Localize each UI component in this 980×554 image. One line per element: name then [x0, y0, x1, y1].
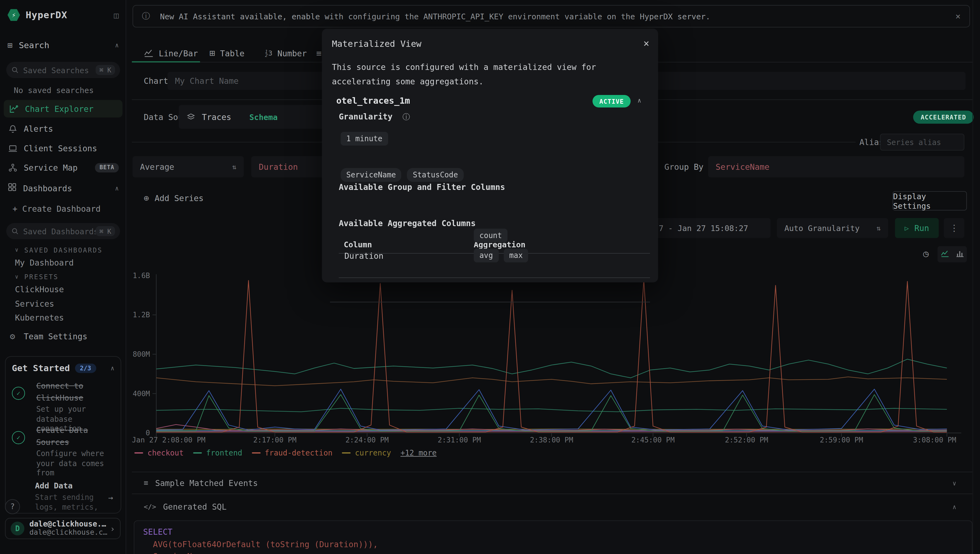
- saved-searches-input[interactable]: Saved Searches ⌘ K: [6, 62, 120, 78]
- chevron-updown-icon: ⇅: [876, 224, 881, 232]
- table-icon: ⊞: [209, 47, 215, 59]
- saved-dashboards-group-label: SAVED DASHBOARDS: [24, 246, 102, 254]
- granularity-heading: Granularity ⓘ: [339, 112, 410, 123]
- sql-code-block[interactable]: SELECTAVG(toFloat64OrDefault (toString (…: [134, 521, 972, 554]
- data-source-value: Traces: [202, 112, 231, 121]
- get-started-item-add-data[interactable]: Add Data Start sending logs, metrics, or…: [12, 479, 117, 513]
- tab-table[interactable]: ⊞ Table: [209, 44, 244, 62]
- chevron-down-icon: ∨: [15, 274, 19, 280]
- hyperdx-logo-icon: ⚡: [8, 9, 20, 21]
- aggregated-heading: Available Aggregated Columns: [339, 219, 476, 228]
- sidebar-item-service-map[interactable]: Service Map BETA: [8, 162, 119, 172]
- generated-sql-section[interactable]: </> Generated SQL ∧: [144, 496, 962, 517]
- run-button[interactable]: ▷ Run: [895, 218, 939, 238]
- laptop-icon: [8, 143, 18, 153]
- presets-group[interactable]: ∨ PRESETS: [15, 273, 59, 280]
- chart-type-toggle[interactable]: [937, 246, 967, 263]
- modal-footer-divider: [330, 302, 650, 302]
- chart-y-axis-labels: 1.6B1.2B800M400M0: [99, 272, 150, 434]
- tab-events-partial[interactable]: ≡: [316, 44, 322, 62]
- run-label: Run: [915, 223, 929, 232]
- line-chart-icon: [144, 48, 154, 58]
- add-series-label: Add Series: [155, 193, 204, 203]
- aggregation-select[interactable]: Average ⇅: [132, 156, 244, 177]
- legend-item-currency[interactable]: currency: [342, 449, 391, 457]
- check-circle-icon: ✓: [12, 387, 25, 400]
- sidebar-item-kubernetes[interactable]: Kubernetes: [15, 313, 64, 322]
- help-button[interactable]: ?: [5, 499, 20, 514]
- group-by-input[interactable]: ServiceName: [708, 156, 964, 177]
- sidebar-item-my-dashboard[interactable]: My Dashboard: [15, 258, 74, 267]
- sidebar-collapse-icon[interactable]: ◫: [114, 10, 119, 19]
- service-map-label: Service Map: [24, 163, 78, 172]
- add-series-button[interactable]: ⊕ Add Series: [144, 193, 204, 203]
- sample-events-section[interactable]: ≡ Sample Matched Events ∨: [144, 472, 962, 494]
- scrollbar-track[interactable]: [972, 0, 980, 554]
- banner-close-icon[interactable]: ×: [955, 11, 961, 21]
- chevron-updown-icon: ⇅: [232, 163, 236, 171]
- user-menu[interactable]: D dale@clickhouse.… dale@clickhouse.c… ›: [5, 518, 121, 539]
- saved-dashboards-group[interactable]: ∨ SAVED DASHBOARDS: [15, 246, 103, 254]
- tab-label: Number: [277, 48, 307, 58]
- display-settings-button[interactable]: Display Settings: [892, 191, 967, 211]
- legend-label: checkout: [148, 449, 184, 457]
- legend-swatch: [252, 452, 260, 454]
- service-map-icon: [8, 162, 18, 172]
- tab-line-bar[interactable]: Line/Bar: [144, 44, 198, 62]
- saved-dashboards-input[interactable]: Saved Dashboards ⌘ K: [6, 223, 120, 239]
- x-tick-label: 3:08:00 PM: [888, 435, 956, 444]
- legend-item-checkout[interactable]: checkout: [134, 449, 184, 457]
- chevron-up-icon[interactable]: ∧: [115, 41, 119, 48]
- chevron-down-icon: ∨: [15, 247, 19, 253]
- sidebar-item-clickhouse[interactable]: ClickHouse: [15, 285, 64, 294]
- modal-description: This source is configured with a materia…: [332, 60, 647, 89]
- bell-icon: [8, 124, 18, 134]
- alias-input[interactable]: Series alias: [880, 134, 964, 150]
- x-tick-label: 2:24:00 PM: [330, 435, 405, 444]
- get-started-title: Get Started: [12, 363, 70, 373]
- y-tick-label: 1.6B: [99, 271, 150, 280]
- column-chip-statuscode: StatusCode: [407, 168, 464, 182]
- group-by-label: Group By: [664, 162, 704, 172]
- table-header-column: Column: [344, 240, 372, 249]
- legend-item-frontend[interactable]: frontend: [193, 449, 242, 457]
- layers-icon: [186, 112, 196, 121]
- sample-events-label: Sample Matched Events: [155, 478, 258, 488]
- list-icon: ≡: [144, 479, 148, 487]
- legend-label: frontend: [206, 449, 242, 457]
- modal-close-icon[interactable]: ×: [643, 38, 649, 49]
- date-range-input[interactable]: 7 - Jan 27 15:08:27: [650, 218, 771, 238]
- sidebar-item-client-sessions[interactable]: Client Sessions: [8, 143, 119, 153]
- chevron-up-icon[interactable]: ∧: [115, 185, 119, 191]
- bar-chart-toggle-icon[interactable]: [956, 248, 964, 260]
- no-saved-searches-text: No saved searches: [14, 86, 94, 95]
- sidebar-item-alerts[interactable]: Alerts: [8, 124, 119, 134]
- sidebar-section-search[interactable]: ⊞ Search ∧: [8, 40, 119, 50]
- create-dashboard-button[interactable]: + Create Dashboard: [13, 204, 124, 213]
- client-sessions-label: Client Sessions: [24, 143, 97, 153]
- x-tick-label: 2:17:00 PM: [237, 435, 312, 444]
- tab-number[interactable]: 123 Number: [265, 44, 306, 62]
- aggregation-chip-count: count: [474, 229, 507, 242]
- sidebar-item-services[interactable]: Services: [15, 299, 54, 309]
- x-tick-label: 2:59:00 PM: [804, 435, 879, 444]
- sidebar-section-dashboards[interactable]: Dashboards ∧: [8, 182, 119, 193]
- chevron-up-icon[interactable]: ∧: [637, 97, 641, 103]
- search-section-icon: ⊞: [8, 40, 13, 50]
- legend-item-fraud-detection[interactable]: fraud-detection: [252, 449, 332, 457]
- clock-icon[interactable]: ◷: [923, 248, 929, 259]
- app-title: HyperDX: [25, 9, 67, 21]
- search-icon: [11, 228, 19, 235]
- timeseries-chart: [155, 272, 962, 441]
- legend-label: fraud-detection: [265, 449, 333, 457]
- granularity-select[interactable]: Auto Granularity ⇅: [777, 218, 888, 238]
- legend-more-link[interactable]: +12 more: [400, 449, 437, 457]
- legend-label: currency: [355, 449, 391, 457]
- arrow-right-icon[interactable]: →: [108, 493, 113, 502]
- line-chart-toggle-icon[interactable]: [940, 248, 950, 260]
- more-options-button[interactable]: ⋮: [944, 218, 964, 238]
- aggregation-chip-max: max: [504, 249, 528, 263]
- schema-link[interactable]: Schema: [249, 112, 278, 122]
- sidebar-item-chart-explorer[interactable]: Chart Explorer: [4, 100, 123, 117]
- accelerated-badge: ACCELERATED: [913, 110, 974, 124]
